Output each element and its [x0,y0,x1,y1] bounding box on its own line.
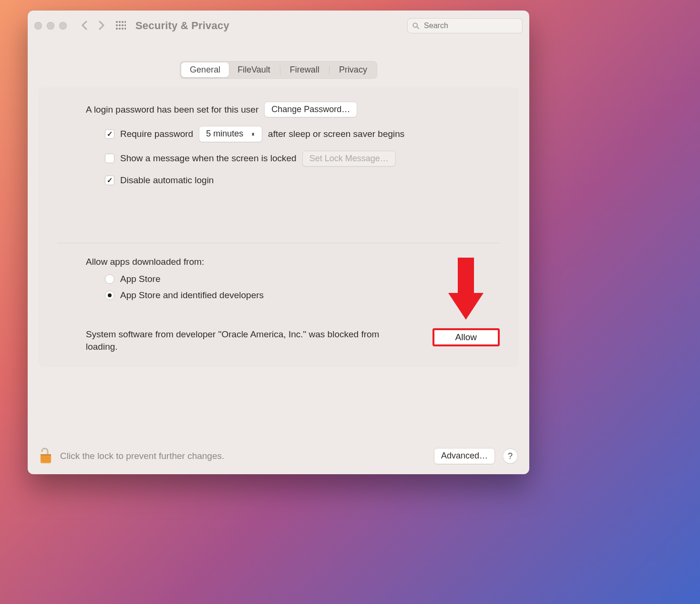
general-panel: A login password has been set for this u… [38,87,519,367]
search-field[interactable] [407,18,523,33]
window-title: Security & Privacy [135,20,229,32]
require-password-checkbox[interactable] [105,129,114,139]
minimize-window-button[interactable] [47,22,54,30]
tab-privacy[interactable]: Privacy [330,62,376,77]
svg-point-7 [124,24,126,26]
system-preferences-window: Security & Privacy General FileVault Fir… [28,10,529,474]
advanced-button[interactable]: Advanced… [434,448,495,464]
show-lock-message-label: Show a message when the screen is locked [120,153,297,164]
allow-apps-identified-label: App Store and identified developers [120,290,264,301]
svg-point-2 [122,21,124,23]
tab-filevault[interactable]: FileVault [229,62,279,77]
allow-apps-appstore-radio[interactable] [105,274,114,284]
help-button[interactable]: ? [503,448,518,464]
tab-firewall[interactable]: Firewall [281,62,328,77]
svg-point-5 [119,24,121,26]
svg-rect-17 [41,454,51,456]
change-password-button[interactable]: Change Password… [264,102,357,117]
allow-apps-title: Allow apps downloaded from: [86,257,500,267]
svg-rect-14 [458,258,474,295]
svg-point-6 [122,24,124,26]
annotation-arrow-icon [444,258,487,324]
window-controls [34,22,67,30]
set-lock-message-button: Set Lock Message… [302,151,396,167]
svg-point-10 [122,28,124,30]
svg-point-1 [119,21,121,23]
svg-marker-15 [448,293,484,320]
svg-line-13 [417,27,419,29]
after-sleep-label: after sleep or screen saver begins [268,129,404,139]
forward-button[interactable] [95,20,108,32]
login-password-label: A login password has been set for this u… [86,104,258,115]
back-button[interactable] [78,20,91,32]
toolbar: Security & Privacy [28,10,529,41]
require-password-delay-value: 5 minutes [206,128,243,139]
require-password-delay-select[interactable]: 5 minutes ▲▼ [199,126,262,142]
search-input[interactable] [423,21,517,31]
allow-button[interactable]: Allow [432,328,500,346]
allow-apps-appstore-label: App Store [120,274,161,284]
disable-auto-login-checkbox[interactable] [105,176,114,185]
svg-point-8 [116,28,118,30]
search-icon [412,22,419,30]
blocked-software-message: System software from developer "Oracle A… [86,328,391,353]
disable-auto-login-label: Disable automatic login [120,175,214,186]
close-window-button[interactable] [34,22,42,30]
tab-bar: General FileVault Firewall Privacy [180,61,377,79]
lock-hint-text: Click the lock to prevent further change… [60,451,224,461]
svg-point-9 [119,28,121,30]
lock-icon[interactable] [39,448,52,465]
show-lock-message-checkbox[interactable] [105,154,114,163]
svg-point-0 [116,21,118,23]
zoom-window-button[interactable] [59,22,67,30]
show-all-icon[interactable] [115,21,126,31]
require-password-label: Require password [120,129,193,139]
svg-point-11 [124,28,126,30]
allow-apps-identified-radio[interactable] [105,291,114,300]
svg-point-4 [116,24,118,26]
svg-point-3 [124,21,126,23]
divider [57,243,500,243]
tab-general[interactable]: General [181,62,229,77]
